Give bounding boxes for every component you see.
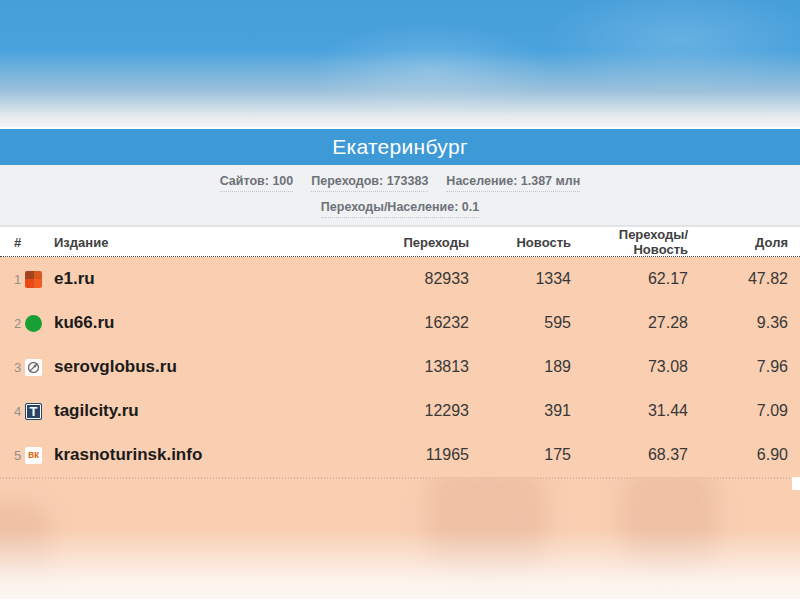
rank-number: 2	[10, 316, 25, 331]
page-title: Екатеринбург	[332, 135, 468, 159]
transitions-value: 82933	[349, 270, 469, 288]
site-link-e1[interactable]: e1.ru	[54, 269, 95, 289]
site-link-krasnoturinsk[interactable]: krasnoturinsk.info	[54, 445, 202, 465]
transitions-value: 16232	[349, 314, 469, 332]
site-link-serovglobus[interactable]: serovglobus.ru	[54, 357, 177, 377]
rank-number: 1	[10, 272, 25, 287]
transitions-value: 11965	[349, 446, 469, 464]
table-row[interactable]: 3 serovglobus.ru 13813 189 73.08 7.96	[0, 345, 800, 389]
share-value: 7.96	[688, 358, 788, 376]
city-banner: Екатеринбург	[0, 127, 800, 165]
transitions-per-news-value: 62.17	[571, 270, 688, 288]
ratings-table-body: 1 e1.ru 82933 1334 62.17 47.82 2 ku66.ru…	[0, 257, 800, 477]
stat-sites[interactable]: Сайтов: 100	[220, 174, 294, 192]
news-value: 595	[469, 314, 571, 332]
table-row[interactable]: 1 e1.ru 82933 1334 62.17 47.82	[0, 257, 800, 301]
table-header-row: # Издание Переходы Новость Переходы/Ново…	[0, 226, 800, 257]
stat-transitions-per-population[interactable]: Переходы/Население: 0.1	[321, 200, 479, 218]
scrollbar-notch	[792, 477, 800, 490]
table-row[interactable]: 4 T tagilcity.ru 12293 391 31.44 7.09	[0, 389, 800, 433]
tagilcity-favicon-icon: T	[25, 403, 42, 420]
serovglobus-favicon-globe-icon	[25, 359, 42, 376]
news-value: 1334	[469, 270, 571, 288]
column-header-share: Доля	[688, 235, 788, 250]
share-value: 9.36	[688, 314, 788, 332]
screen: Екатеринбург Сайтов: 100 Переходов: 1733…	[0, 0, 800, 600]
news-value: 391	[469, 402, 571, 420]
publication-cell: ku66.ru	[25, 313, 349, 333]
column-header-transitions-per-news: Переходы/Новость	[571, 227, 688, 257]
stats-line-2: Переходы/Население: 0.1	[321, 200, 479, 218]
stat-transitions[interactable]: Переходов: 173383	[311, 174, 428, 192]
site-link-tagilcity[interactable]: tagilcity.ru	[54, 401, 139, 421]
transitions-value: 12293	[349, 402, 469, 420]
publication-cell: T tagilcity.ru	[25, 401, 349, 421]
rank-number: 3	[10, 360, 25, 375]
summary-stats-panel: Сайтов: 100 Переходов: 173383 Население:…	[0, 165, 800, 226]
blurred-page-backdrop	[0, 0, 800, 127]
stat-population[interactable]: Население: 1.387 млн	[446, 174, 580, 192]
ku66-favicon-icon	[25, 315, 42, 332]
share-value: 7.09	[688, 402, 788, 420]
blurred-footer-area	[0, 477, 800, 599]
column-header-publication: Издание	[25, 235, 349, 250]
news-value: 175	[469, 446, 571, 464]
stats-line-1: Сайтов: 100 Переходов: 173383 Население:…	[220, 174, 581, 192]
table-row[interactable]: 5 вк krasnoturinsk.info 11965 175 68.37 …	[0, 433, 800, 477]
transitions-per-news-value: 31.44	[571, 402, 688, 420]
publication-cell: вк krasnoturinsk.info	[25, 445, 349, 465]
site-link-ku66[interactable]: ku66.ru	[54, 313, 114, 333]
transitions-per-news-value: 73.08	[571, 358, 688, 376]
column-header-rank: #	[10, 235, 25, 250]
krasnoturinsk-favicon-icon: вк	[25, 447, 42, 464]
column-header-news: Новость	[469, 235, 571, 250]
table-row[interactable]: 2 ku66.ru 16232 595 27.28 9.36	[0, 301, 800, 345]
transitions-value: 13813	[349, 358, 469, 376]
footer-white-fade	[0, 529, 800, 599]
rank-number: 4	[10, 404, 25, 419]
rank-number: 5	[10, 448, 25, 463]
column-header-transitions: Переходы	[349, 235, 469, 250]
e1-favicon-icon	[25, 271, 42, 288]
publication-cell: serovglobus.ru	[25, 357, 349, 377]
news-value: 189	[469, 358, 571, 376]
share-value: 6.90	[688, 446, 788, 464]
transitions-per-news-value: 68.37	[571, 446, 688, 464]
transitions-per-news-value: 27.28	[571, 314, 688, 332]
publication-cell: e1.ru	[25, 269, 349, 289]
share-value: 47.82	[688, 270, 788, 288]
